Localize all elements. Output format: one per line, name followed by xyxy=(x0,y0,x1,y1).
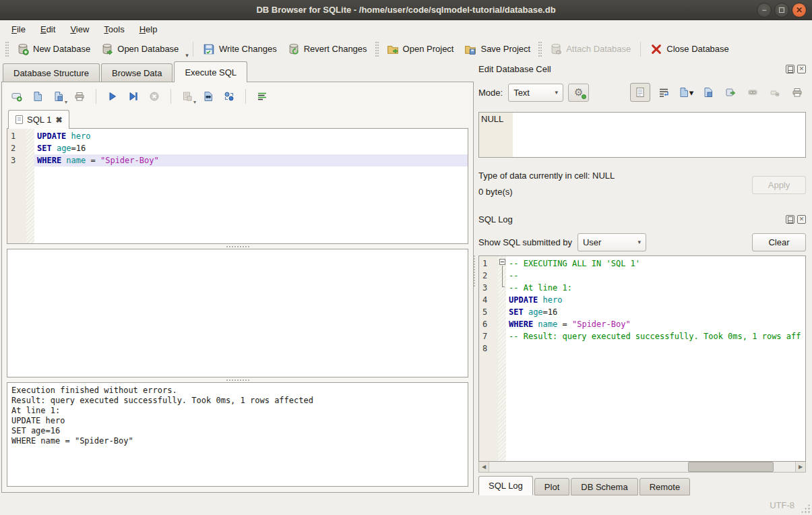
save-project-button[interactable]: Save Project xyxy=(459,40,536,58)
close-button[interactable]: ✕ xyxy=(792,3,807,18)
execute-current-line-button[interactable] xyxy=(125,88,142,104)
sql-editor[interactable]: 1 2 3 UPDATE hero SET age=16 WHERE name … xyxy=(7,128,468,244)
log-code-line: SET age=16 xyxy=(506,306,805,318)
save-results-button[interactable]: ▾ xyxy=(179,88,196,104)
menu-file[interactable]: File xyxy=(4,22,33,36)
save-results-icon xyxy=(182,91,193,102)
main-toolbar: New Database Open Database ▾ Write Chang… xyxy=(0,38,812,60)
sql-log-viewer[interactable]: 1 2 3 4 5 6 7 8 -- EX xyxy=(478,255,806,462)
close-panel-icon[interactable]: ✕ xyxy=(797,215,806,224)
sql-log-filter-row: Show SQL submitted by User ▾ Clear xyxy=(478,232,806,252)
open-sql-tab-button[interactable] xyxy=(8,88,26,104)
sql-1-tab[interactable]: SQL 1 ✖ xyxy=(8,110,69,129)
open-database-button[interactable]: Open Database xyxy=(96,40,184,58)
cell-info-text: Type of data currently in cell: NULL 0 b… xyxy=(478,169,752,201)
scrollbar-thumb[interactable] xyxy=(688,462,774,472)
tab-execute-sql[interactable]: Execute SQL xyxy=(174,61,247,82)
toolbar-drag-handle[interactable] xyxy=(5,42,9,57)
dock-tab-db-schema[interactable]: DB Schema xyxy=(571,478,637,495)
close-panel-icon[interactable]: ✕ xyxy=(797,65,806,73)
clear-log-button[interactable]: Clear xyxy=(752,233,806,251)
set-null-button[interactable] xyxy=(766,84,784,101)
open-project-button[interactable]: Open Project xyxy=(381,40,460,58)
word-wrap-button[interactable] xyxy=(655,84,673,101)
open-database-dropdown-arrow[interactable]: ▾ xyxy=(185,52,189,60)
results-pane[interactable] xyxy=(7,249,468,377)
stop-execution-button[interactable] xyxy=(146,88,163,104)
attach-database-button[interactable]: Attach Database xyxy=(544,40,636,58)
float-panel-icon[interactable] xyxy=(786,65,794,73)
find-button[interactable] xyxy=(199,88,217,104)
revert-changes-button[interactable]: Revert Changes xyxy=(282,40,373,58)
editor-results-splitter[interactable] xyxy=(7,244,468,249)
execute-all-button[interactable] xyxy=(104,88,121,104)
open-url-button[interactable] xyxy=(744,84,761,101)
apply-to-cell-button[interactable] xyxy=(722,84,739,101)
text-view-toggle-button[interactable] xyxy=(630,83,650,102)
float-panel-icon[interactable] xyxy=(786,215,794,224)
menu-tools[interactable]: Tools xyxy=(96,22,131,36)
scrollbar-track[interactable] xyxy=(489,462,795,472)
dock-tab-sql-log[interactable]: SQL Log xyxy=(478,476,533,495)
resize-grip[interactable] xyxy=(801,504,810,513)
submitted-by-select[interactable]: User ▾ xyxy=(577,233,646,251)
apply-button[interactable]: Apply xyxy=(752,176,806,194)
auto-apply-button[interactable]: ⚙ xyxy=(568,84,589,102)
tab-browse-data[interactable]: Browse Data xyxy=(101,63,173,82)
log-horizontal-scrollbar[interactable]: ◀ ▶ xyxy=(478,462,806,473)
toolbar-separator xyxy=(193,42,193,57)
sql-toolbar-separator xyxy=(170,89,171,104)
cell-editor-toolbar: ▾ xyxy=(630,83,806,102)
scroll-left-arrow[interactable]: ◀ xyxy=(479,462,489,472)
minimize-button[interactable]: − xyxy=(757,3,772,18)
cell-value-editor[interactable]: NULL xyxy=(478,112,806,158)
results-log-splitter[interactable] xyxy=(7,377,468,382)
sql-tab-close-icon[interactable]: ✖ xyxy=(55,115,62,125)
scroll-right-arrow[interactable]: ▶ xyxy=(795,462,805,472)
cell-size-info: 0 byte(s) xyxy=(478,185,752,201)
panel-splitter-handle[interactable] xyxy=(474,255,477,286)
mode-select[interactable]: Text ▾ xyxy=(508,84,563,102)
find-replace-button[interactable] xyxy=(220,88,238,104)
open-file-icon xyxy=(32,91,43,102)
execution-log-line: WHERE name = "Spider-Boy" xyxy=(11,436,464,446)
toolbar-drag-handle[interactable] xyxy=(375,42,379,57)
new-database-button[interactable]: New Database xyxy=(11,40,96,58)
code-line-current: WHERE name = "Spider-Boy" xyxy=(34,154,468,166)
log-text[interactable]: -- EXECUTING ALL IN 'SQL 1' -- -- At lin… xyxy=(506,256,805,461)
dock-tab-remote[interactable]: Remote xyxy=(639,478,691,495)
save-results-dropdown-arrow[interactable]: ▾ xyxy=(193,99,196,105)
edit-cell-dock-header: Edit Database Cell ✕ xyxy=(478,61,806,76)
tab-database-structure[interactable]: Database Structure xyxy=(3,63,100,82)
open-sql-file-button[interactable] xyxy=(29,88,46,104)
fold-marker-collapse[interactable] xyxy=(498,256,507,268)
line-number: 1 xyxy=(479,258,498,270)
write-changes-button[interactable]: Write Changes xyxy=(197,40,282,58)
editor-text[interactable]: UPDATE hero SET age=16 WHERE name = "Spi… xyxy=(34,129,468,243)
toolbar-drag-handle[interactable] xyxy=(538,42,542,57)
import-dropdown-arrow[interactable]: ▾ xyxy=(689,88,694,98)
titlebar[interactable]: DB Browser for SQLite - /home/user/code/… xyxy=(0,0,812,20)
dock-tab-bar: SQL Log Plot DB Schema Remote xyxy=(478,473,806,495)
encoding-indicator[interactable]: UTF-8 xyxy=(770,500,794,510)
line-number: 2 xyxy=(479,270,498,282)
save-sql-file-button[interactable]: ▾ xyxy=(50,88,67,104)
save-sql-dropdown-arrow[interactable]: ▾ xyxy=(65,99,67,105)
execution-log-line: Execution finished without errors. xyxy=(11,386,464,396)
execution-status-log[interactable]: Execution finished without errors. Resul… xyxy=(7,382,468,487)
maximize-button[interactable] xyxy=(774,3,789,18)
export-data-button[interactable] xyxy=(699,84,717,101)
import-file-icon xyxy=(679,87,689,98)
menu-edit[interactable]: Edit xyxy=(33,22,63,36)
import-data-button[interactable]: ▾ xyxy=(677,84,695,101)
menu-view[interactable]: View xyxy=(63,22,96,36)
dock-tab-plot[interactable]: Plot xyxy=(534,478,569,495)
print-cell-button[interactable] xyxy=(788,84,806,101)
sql-tab-bar: SQL 1 ✖ xyxy=(7,109,468,128)
format-sql-button[interactable] xyxy=(253,88,271,104)
print-sql-button[interactable] xyxy=(71,88,88,104)
menu-help[interactable]: Help xyxy=(132,22,165,36)
sql-document-icon xyxy=(15,115,23,124)
auto-format-icon xyxy=(257,91,268,102)
close-database-button[interactable]: Close Database xyxy=(645,40,735,58)
